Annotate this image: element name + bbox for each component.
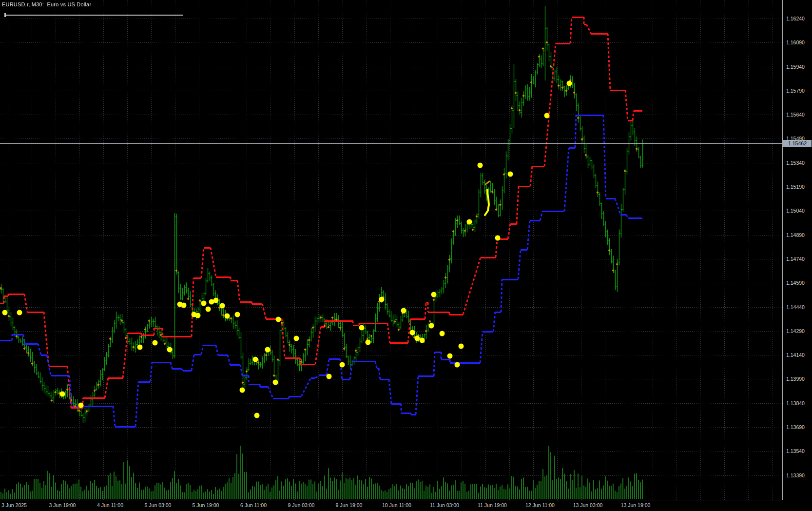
price-axis-label: 1.13540 xyxy=(786,448,805,454)
price-axis-label: 1.15490 xyxy=(786,136,805,141)
price-axis-label: 1.15940 xyxy=(786,64,805,70)
indicator-separator[interactable] xyxy=(5,15,183,16)
price-axis-label: 1.15790 xyxy=(786,88,805,94)
time-scale[interactable]: 3 Jun 20253 Jun 19:004 Jun 11:005 Jun 03… xyxy=(0,500,812,511)
mt4-chart-window: EURUSD.r, M30: Euro vs US Dollar 1.15462… xyxy=(0,0,812,511)
time-axis-label: 5 Jun 19:00 xyxy=(181,502,230,508)
price-axis-label: 1.14140 xyxy=(786,352,805,358)
time-axis-label: 10 Jun 11:00 xyxy=(372,502,421,508)
price-axis-label: 1.14290 xyxy=(786,328,805,334)
price-axis-label: 1.14740 xyxy=(786,256,805,262)
price-axis-label: 1.15640 xyxy=(786,112,805,118)
time-axis-label: 3 Jun 19:00 xyxy=(38,502,87,508)
price-axis-label: 1.16240 xyxy=(786,16,805,21)
price-axis-label: 1.14440 xyxy=(786,304,805,310)
price-axis-label: 1.14590 xyxy=(786,280,805,286)
time-axis-label: 9 Jun 03:00 xyxy=(277,502,326,508)
price-axis-label: 1.15190 xyxy=(786,184,805,190)
time-axis-label: 5 Jun 03:00 xyxy=(134,502,182,508)
time-axis-label: 9 Jun 19:00 xyxy=(325,502,373,508)
price-axis-label: 1.13690 xyxy=(786,424,805,430)
time-axis-label: 13 Jun 03:00 xyxy=(563,502,612,508)
time-axis-label: 11 Jun 03:00 xyxy=(420,502,469,508)
time-axis-label: 13 Jun 19:00 xyxy=(611,502,660,508)
price-scale[interactable]: 1.15462 1.162401.160901.159401.157901.15… xyxy=(783,0,812,500)
time-axis-label: 4 Jun 11:00 xyxy=(86,502,135,508)
price-axis-label: 1.13390 xyxy=(786,472,805,478)
price-axis-label: 1.14890 xyxy=(786,232,805,238)
price-axis-label: 1.15340 xyxy=(786,160,805,166)
time-axis-label: 6 Jun 11:00 xyxy=(229,502,278,508)
chart-plot-area[interactable] xyxy=(0,0,812,511)
price-axis-label: 1.13990 xyxy=(786,376,805,382)
price-axis-label: 1.16090 xyxy=(786,39,805,45)
time-axis-label: 11 Jun 19:00 xyxy=(468,502,517,508)
time-axis-label: 12 Jun 11:00 xyxy=(516,502,564,508)
chart-title: EURUSD.r, M30: Euro vs US Dollar xyxy=(2,1,91,7)
price-axis-label: 1.15040 xyxy=(786,208,805,214)
price-axis-label: 1.13840 xyxy=(786,400,805,406)
